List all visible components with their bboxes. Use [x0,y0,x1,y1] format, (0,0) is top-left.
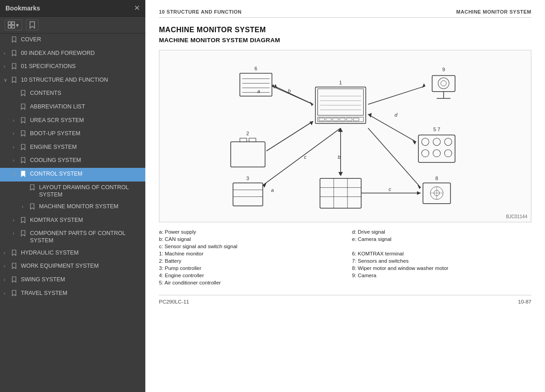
expand-icon: › [13,130,19,137]
expand-icon: › [22,203,28,210]
legend-item: 6: KOMTRAX terminal [352,250,531,257]
sidebar-item-label: BOOT-UP SYSTEM [30,130,142,137]
legend-item: 1: Machine monitor [159,250,338,257]
svg-rect-2 [8,25,11,28]
sidebar-toolbar: ▾ [0,17,145,34]
legend-item: e: Camera signal [352,236,531,242]
legend-item: b: CAN signal [159,236,338,242]
view-options-button[interactable]: ▾ [5,20,22,30]
bookmark-icon [21,171,27,179]
svg-text:a: a [271,187,274,193]
sidebar-item-swing[interactable]: ›SWING SYSTEM [0,274,145,287]
bookmark-options-button[interactable] [26,20,39,30]
bookmark-icon [12,63,18,72]
svg-text:5  7: 5 7 [433,127,440,132]
bookmark-icon [21,230,27,239]
svg-text:b: b [338,154,341,160]
legend-item: 4: Engine controller [159,272,338,279]
svg-text:b: b [288,88,291,93]
sidebar: Bookmarks ✕ ▾ COVER›00 INDEX AND FOREWOR… [0,0,145,392]
doc-header-right: MACHINE MONITOR SYSTEM [456,9,531,15]
legend-item: 7: Sensors and switches [352,258,531,264]
sidebar-header: Bookmarks ✕ [0,0,145,17]
legend-item [352,243,531,250]
expand-icon: › [13,217,19,223]
close-button[interactable]: ✕ [134,5,140,12]
bookmark-icon [12,276,18,285]
bookmark-icon [12,250,18,258]
bookmark-icon [12,50,18,59]
sidebar-item-component-parts[interactable]: ›COMPONENT PARTS OF CONTROL SYSTEM [0,227,145,247]
sidebar-item-hydraulic[interactable]: ›HYDRAULIC SYSTEM [0,247,145,260]
sidebar-item-label: CONTENTS [30,89,142,97]
sidebar-item-label: UREA SCR SYSTEM [30,117,142,124]
bookmark-icon [21,130,27,139]
sidebar-item-label: WORK EQUIPMENT SYSTEM [21,262,142,270]
grid-icon [8,21,15,29]
sidebar-item-label: MACHINE MONITOR SYSTEM [39,203,142,210]
legend-item [352,279,531,286]
expand-icon: › [4,276,10,283]
svg-text:a: a [257,88,260,94]
bookmark-icon [29,21,35,29]
sidebar-item-work-equip[interactable]: ›WORK EQUIPMENT SYSTEM [0,260,145,274]
sidebar-item-control[interactable]: ∨CONTROL SYSTEM [0,168,145,181]
expand-icon: › [4,250,10,256]
bookmark-icon [12,77,18,85]
page-title: MACHINE MONITOR SYSTEM [159,26,531,34]
legend: a: Power supplyd: Drive signalb: CAN sig… [159,229,531,286]
sidebar-scroll[interactable]: COVER›00 INDEX AND FOREWORD›01 SPECIFICA… [0,34,145,392]
legend-item: 2: Battery [159,258,338,264]
sidebar-item-10-structure[interactable]: ∨10 STRUCTURE AND FUNCTION [0,74,145,88]
machine-monitor-diagram: 1 6 [159,50,531,222]
expand-icon: › [13,117,19,123]
sidebar-item-01-specs[interactable]: ›01 SPECIFICATIONS [0,60,145,74]
bookmark-icon [21,90,27,98]
doc-footer-model: PC290LC-11 [159,299,189,304]
legend-item: a: Power supply [159,229,338,235]
sidebar-item-urea[interactable]: ›UREA SCR SYSTEM [0,114,145,128]
sidebar-item-label: COOLING SYSTEM [30,157,142,164]
sidebar-item-engine[interactable]: ›ENGINE SYSTEM [0,141,145,155]
expand-icon: › [4,263,10,269]
diagram-box: 1 6 [159,50,531,222]
sidebar-item-travel[interactable]: ›TRAVEL SYSTEM [0,287,145,301]
sidebar-item-label: LAYOUT DRAWING OF CONTROL SYSTEM [39,184,142,199]
sidebar-item-cooling[interactable]: ›COOLING SYSTEM [0,154,145,168]
sidebar-item-cover[interactable]: COVER [0,34,145,47]
bookmark-icon [21,157,27,166]
sidebar-item-layout-drawing[interactable]: LAYOUT DRAWING OF CONTROL SYSTEM [0,181,145,201]
svg-rect-3 [12,25,15,28]
expand-icon: › [13,144,19,150]
svg-text:6: 6 [254,66,257,71]
view-dropdown-arrow: ▾ [16,22,19,29]
bookmark-icon [30,203,36,212]
diagram-code: BJC01144 [506,214,527,219]
sidebar-item-bootup[interactable]: ›BOOT-UP SYSTEM [0,127,145,141]
sidebar-item-abbrev[interactable]: ABBREVIATION LIST [0,101,145,114]
expand-icon: ∨ [4,77,10,83]
bookmark-icon [12,36,18,45]
sidebar-item-label: 01 SPECIFICATIONS [21,63,142,70]
svg-text:d: d [395,112,398,118]
sidebar-item-label: SWING SYSTEM [21,276,142,283]
doc-header: 10 STRUCTURE AND FUNCTION MACHINE MONITO… [159,9,531,18]
svg-rect-1 [12,22,15,24]
legend-item: c: Sensor signal and switch signal [159,243,338,250]
expand-icon: › [13,230,19,236]
sidebar-item-00-index[interactable]: ›00 INDEX AND FOREWORD [0,47,145,61]
bookmark-icon [21,103,27,112]
sidebar-item-machine-monitor[interactable]: ›MACHINE MONITOR SYSTEM [0,201,145,214]
svg-text:3: 3 [246,176,249,181]
expand-icon: › [13,157,19,163]
sidebar-item-komtrax[interactable]: ›KOMTRAX SYSTEM [0,214,145,228]
page-subtitle: MACHINE MONITOR SYSTEM DIAGRAM [159,37,531,44]
sidebar-item-label: 10 STRUCTURE AND FUNCTION [21,76,142,83]
doc-header-left: 10 STRUCTURE AND FUNCTION [159,9,242,15]
sidebar-item-label: COVER [21,36,142,43]
doc-footer-page: 10-87 [518,299,531,304]
legend-item: 5: Air conditioner controller [159,279,338,286]
sidebar-item-contents[interactable]: CONTENTS [0,87,145,101]
svg-text:1: 1 [339,80,342,85]
expand-icon: › [4,50,10,56]
